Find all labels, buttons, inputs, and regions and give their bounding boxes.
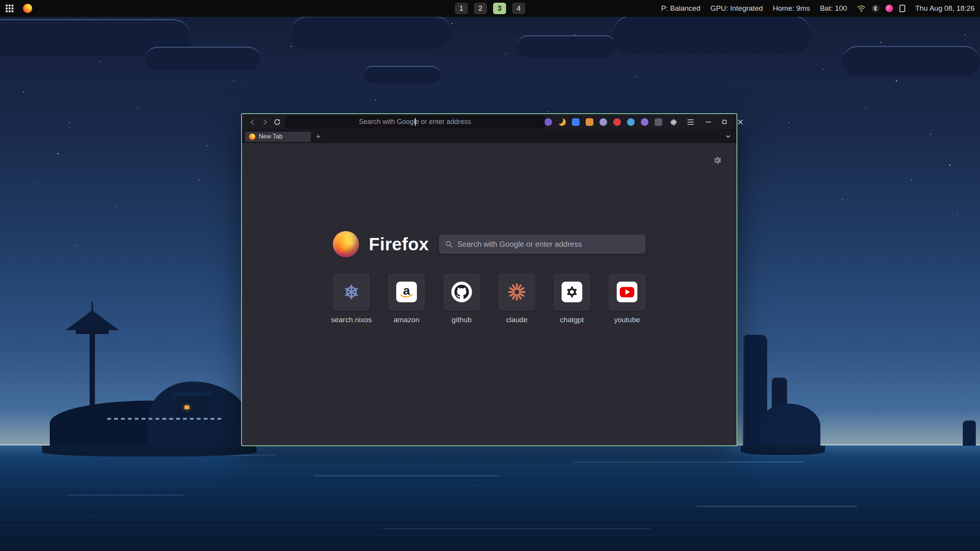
watchtower-tip	[91, 302, 93, 311]
clock: Thu Aug 08, 18:26	[915, 4, 975, 13]
workspace-button[interactable]: 1	[455, 3, 468, 14]
watchtower-platform	[76, 330, 109, 334]
shortcut-youtube[interactable]: youtube	[608, 273, 646, 324]
newtab-search-bar[interactable]	[439, 235, 645, 254]
cloud	[842, 46, 980, 77]
water-reflection	[697, 506, 858, 507]
extensions-cluster	[544, 117, 698, 127]
topbar-tray	[857, 5, 905, 12]
island-reflection	[42, 446, 256, 456]
shortcut-tiles: search.nixos a	[333, 273, 646, 324]
extension-icon[interactable]	[572, 118, 580, 126]
shortcut-tile[interactable]	[498, 273, 536, 311]
extension-icon[interactable]	[558, 118, 566, 126]
shortcut-chatgpt[interactable]: chatgpt	[553, 273, 591, 324]
shortcut-claude[interactable]: claude	[498, 273, 536, 324]
shortcut-search-nixos[interactable]: search.nixos	[333, 273, 370, 324]
newtab-search-input[interactable]	[457, 240, 639, 249]
openai-knot-icon	[562, 282, 582, 302]
window-controls	[704, 117, 746, 127]
bluetooth-icon[interactable]	[872, 5, 879, 12]
hut	[176, 396, 209, 416]
firefox-window: New Tab + Firefox	[241, 113, 737, 446]
wallpaper-ocean	[0, 445, 980, 551]
water-reflection	[69, 494, 184, 496]
workspace-button[interactable]: 4	[512, 3, 525, 14]
cloud	[145, 47, 260, 70]
youtube-icon	[617, 282, 637, 302]
cloud	[291, 16, 452, 49]
personalize-gear-icon[interactable]	[712, 155, 722, 165]
extension-icon[interactable]	[544, 118, 552, 126]
new-tab-button[interactable]: +	[313, 132, 323, 142]
list-all-tabs-chevron-icon[interactable]	[723, 132, 733, 142]
amazon-icon: a	[396, 282, 417, 302]
shortcut-tile[interactable]: a	[388, 273, 425, 311]
cloud	[612, 15, 812, 54]
power-profile-status: P: Balanced	[661, 4, 700, 13]
shortcut-tile[interactable]	[553, 273, 591, 311]
close-button[interactable]	[736, 117, 745, 127]
water-reflection	[383, 528, 651, 529]
shortcut-label: claude	[506, 316, 528, 324]
shortcut-label: youtube	[614, 316, 640, 324]
gpu-status: GPU: Integrated	[710, 4, 763, 13]
tablet-mode-icon[interactable]	[899, 5, 905, 12]
extension-icon[interactable]	[627, 118, 635, 126]
text-caret	[415, 118, 416, 126]
wallpaper-island	[50, 295, 249, 446]
reload-button[interactable]	[271, 116, 283, 128]
rocks-reflection	[741, 446, 825, 455]
hut-lit-window	[185, 406, 189, 409]
tab-new-tab[interactable]: New Tab	[245, 132, 311, 142]
shortcut-tile[interactable]	[608, 273, 646, 311]
firefox-launcher-icon[interactable]	[23, 4, 32, 13]
search-icon	[445, 240, 452, 248]
extension-icon[interactable]	[655, 118, 662, 126]
shortcut-label: chatgpt	[560, 316, 584, 324]
wifi-icon[interactable]	[857, 5, 866, 12]
minimize-button[interactable]	[704, 117, 713, 127]
workspace-button[interactable]: 3	[493, 3, 506, 14]
menu-hamburger-icon[interactable]	[685, 117, 696, 127]
shortcut-label: search.nixos	[331, 316, 372, 324]
app-launcher-icon[interactable]	[5, 4, 14, 13]
extension-icon[interactable]	[586, 118, 593, 126]
nixos-snowflake-icon	[343, 283, 360, 301]
top-status-bar: 1 2 3 4 P: Balanced GPU: Integrated Home…	[0, 0, 980, 17]
rock-mound	[761, 404, 820, 446]
water-reflection	[574, 461, 804, 463]
rock-spike	[963, 421, 976, 446]
extension-icon[interactable]	[599, 118, 607, 126]
extensions-puzzle-icon[interactable]	[668, 117, 679, 127]
cloud	[364, 66, 440, 83]
new-tab-page: Firefox	[242, 143, 737, 445]
tab-title: New Tab	[259, 133, 283, 140]
firefox-wordmark: Firefox	[369, 234, 429, 254]
shortcut-tile[interactable]	[443, 273, 480, 311]
shortcut-github[interactable]: github	[443, 273, 480, 324]
workspace-button[interactable]: 2	[474, 3, 487, 14]
shortcut-amazon[interactable]: a amazon	[388, 273, 425, 324]
back-button[interactable]	[247, 116, 259, 128]
brand-and-search-row: Firefox	[333, 230, 646, 258]
wallpaper-rocks	[739, 329, 980, 446]
github-octocat-icon	[451, 282, 472, 302]
color-picker-icon[interactable]	[885, 5, 893, 12]
cloud	[517, 35, 616, 57]
extension-icon[interactable]	[641, 118, 648, 126]
shortcut-label: amazon	[394, 316, 420, 324]
tab-bar: New Tab +	[242, 130, 737, 143]
browser-toolbar	[242, 114, 737, 130]
extension-icon[interactable]	[613, 118, 621, 126]
shortcut-label: github	[452, 316, 472, 324]
firefox-favicon	[249, 134, 255, 140]
workspace-switcher: 1 2 3 4	[452, 0, 528, 17]
topbar-left	[5, 4, 32, 13]
forward-button[interactable]	[259, 116, 271, 128]
url-bar[interactable]	[286, 116, 544, 128]
shortcut-tile[interactable]	[333, 273, 370, 311]
maximize-button[interactable]	[720, 117, 729, 127]
water-reflection	[314, 475, 498, 476]
ping-status: Home: 9ms	[773, 4, 810, 13]
